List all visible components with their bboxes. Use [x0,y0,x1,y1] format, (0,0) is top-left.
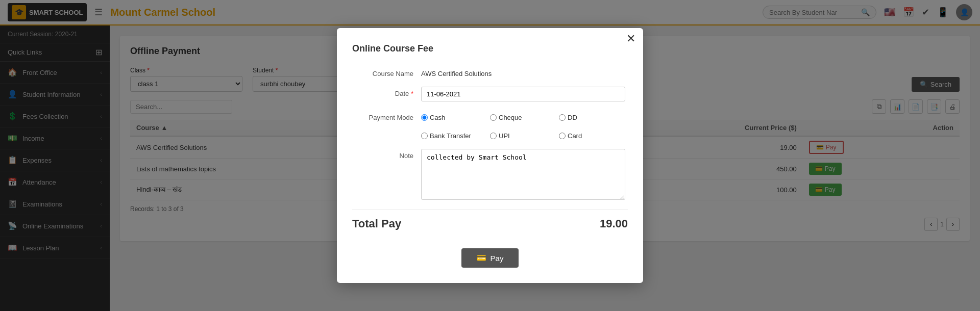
mode-upi[interactable]: UPI [490,129,551,140]
total-pay-amount: 19.00 [600,217,628,230]
dd-radio[interactable] [559,114,566,121]
note-label: Note [352,149,413,160]
payment-mode-field: Payment Mode Cash Cheque DD Bank Transfe… [352,111,628,140]
mode-cash[interactable]: Cash [421,111,482,121]
date-input[interactable] [421,87,625,101]
modal-close-button[interactable]: ✕ [626,33,635,44]
online-course-fee-modal: ✕ Online Course Fee Course Name AWS Cert… [337,28,643,283]
payment-mode-label: Payment Mode [352,111,413,121]
upi-radio[interactable] [490,133,497,139]
mode-card[interactable]: Card [559,129,620,140]
total-pay-label: Total Pay [352,217,401,230]
cheque-radio[interactable] [490,114,497,121]
mode-dd[interactable]: DD [559,111,620,121]
date-field: Date * [352,87,628,101]
bank-transfer-radio[interactable] [421,133,428,139]
modal-overlay: ✕ Online Course Fee Course Name AWS Cert… [0,0,980,311]
total-pay-row: Total Pay 19.00 [352,209,628,238]
modal-pay-icon: 💳 [477,253,486,263]
payment-modes-group: Cash Cheque DD Bank Transfer UPI Card [421,111,628,140]
mode-cheque[interactable]: Cheque [490,111,551,121]
course-name-field: Course Name AWS Certified Solutions [352,67,628,77]
note-field: Note collected by Smart School [352,149,628,200]
modal-title: Online Course Fee [352,43,628,54]
course-name-value: AWS Certified Solutions [421,67,492,77]
card-radio[interactable] [559,133,566,139]
note-textarea[interactable]: collected by Smart School [421,149,625,200]
cash-radio[interactable] [421,114,428,121]
mode-bank-transfer[interactable]: Bank Transfer [421,129,482,140]
date-label: Date * [352,87,413,97]
course-name-label: Course Name [352,67,413,77]
modal-pay-button[interactable]: 💳 Pay [461,248,519,268]
